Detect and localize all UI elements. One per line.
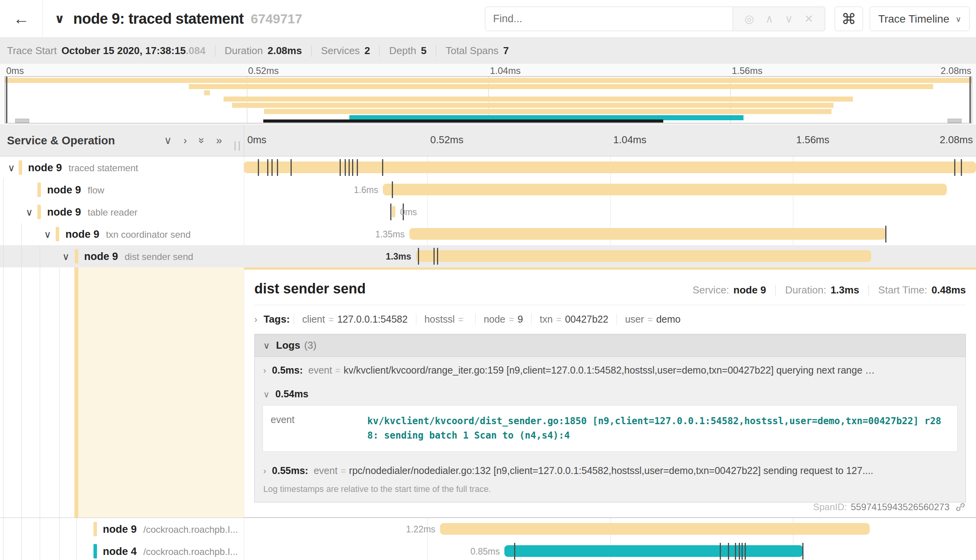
span-duration-bar[interactable]	[440, 523, 870, 535]
minimap-span-bar	[224, 97, 853, 102]
tags-accordion[interactable]: › Tags: client=127.0.0.1:54582hostssl=no…	[253, 305, 967, 333]
minimap-left-scrubber-handle[interactable]	[15, 119, 29, 123]
tag-equals: =	[648, 314, 653, 325]
title-collapse-icon[interactable]: ∨	[55, 11, 65, 26]
keyboard-shortcuts-button[interactable]: ⌘	[835, 7, 863, 31]
span-row[interactable]: ∨node 9table reader0ms	[0, 201, 976, 223]
log-entry[interactable]: ›0.5ms:event=kv/kvclient/kvcoord/range_i…	[255, 357, 965, 382]
clear-find-icon[interactable]: ✕	[804, 12, 813, 25]
expand-all-icon[interactable]: »	[216, 135, 222, 146]
collapse-all-icon[interactable]: »	[199, 135, 204, 146]
collapse-one-icon[interactable]: ∨	[164, 135, 172, 146]
view-selector-button[interactable]: Trace Timeline ∨	[870, 7, 970, 31]
log-marker-tick	[739, 543, 740, 560]
collapse-all-icon-glyph: »	[196, 137, 207, 143]
log-entry[interactable]: ›0.55ms:event=rpc/nodedialer/nodedialer.…	[255, 457, 965, 483]
back-button[interactable]: ←	[0, 0, 43, 37]
detail-meta-value: node 9	[733, 284, 766, 296]
summary-label: Depth	[389, 45, 416, 57]
log-marker-tick	[349, 159, 350, 176]
indent-guide	[59, 267, 60, 518]
logs-footer-note: Log timestamps are relative to the start…	[255, 483, 965, 502]
span-duration-label: 1.35ms	[375, 229, 404, 239]
span-duration-bar[interactable]	[504, 545, 803, 557]
log-marker-tick	[357, 159, 358, 176]
timeline-tick-label: 0.52ms	[430, 134, 463, 146]
tag-pill: hostssl=	[416, 314, 475, 325]
span-detail-panel: dist sender send Service:node 9Duration:…	[244, 267, 976, 518]
span-row[interactable]: node 9/cockroach.roachpb.I...1.22ms	[0, 518, 976, 540]
prev-match-icon[interactable]: ∧	[765, 12, 773, 25]
log-entry-expanded-header[interactable]: ∨0.54ms	[255, 382, 965, 402]
operation-name: table reader	[88, 207, 137, 218]
log-marker-tick	[954, 159, 955, 176]
span-duration-bar[interactable]	[392, 206, 395, 218]
log-field-key: event	[271, 414, 367, 443]
summary-separator	[215, 45, 215, 57]
indent-guide	[40, 267, 40, 518]
log-marker-tick	[720, 543, 721, 560]
detail-meta-value: 1.3ms	[830, 284, 859, 296]
span-name: node 9table reader	[47, 206, 137, 218]
chevron-down-icon[interactable]: ∨	[62, 251, 69, 262]
trace-minimap: 0ms0.52ms1.04ms1.56ms2.08ms	[0, 64, 976, 125]
indent-guide	[76, 540, 77, 560]
minimap-left-scrubber[interactable]	[6, 77, 7, 123]
log-marker-tick	[382, 159, 383, 176]
indent-guide	[3, 179, 4, 201]
span-row[interactable]: node 9flow1.6ms	[0, 179, 976, 201]
minimap-viewport-bar[interactable]	[263, 119, 664, 123]
minimap-right-scrubber-handle[interactable]	[948, 119, 962, 123]
tag-key: txn	[540, 314, 553, 325]
log-marker-tick	[437, 248, 438, 265]
log-marker-tick	[885, 226, 886, 242]
trace-title-wrap: ∨ node 9: traced statement 6749717	[55, 0, 302, 37]
indent-guide	[3, 201, 4, 223]
logs-accordion: ∨ Logs (3) ›0.5ms:event=kv/kvclient/kvco…	[254, 334, 966, 502]
next-match-icon[interactable]: ∨	[785, 12, 793, 25]
span-row[interactable]: ∨node 9txn coordinator send1.35ms	[0, 223, 976, 245]
log-marker-tick	[735, 543, 736, 560]
match-target-icon[interactable]: ◎	[744, 12, 754, 25]
chevron-down-icon[interactable]: ∨	[44, 228, 51, 240]
operation-name: /cockroach.roachpb.I...	[143, 524, 238, 535]
find-input[interactable]	[485, 7, 733, 31]
minimap-right-scrubber[interactable]	[969, 77, 971, 123]
span-duration-bar[interactable]	[244, 162, 976, 173]
chevron-down-icon[interactable]: ∨	[26, 206, 33, 218]
summary-item: Total Spans7	[446, 45, 509, 57]
summary-item: Services2	[321, 45, 370, 57]
span-duration-bar[interactable]	[409, 228, 886, 240]
span-timeline-cell: 1.22ms	[244, 518, 976, 540]
column-resize-gripper[interactable]	[234, 141, 240, 151]
detail-span-title: dist sender send	[254, 281, 366, 297]
service-name: node 9	[47, 206, 81, 218]
log-marker-tick	[433, 248, 435, 265]
indent-guide	[3, 245, 4, 267]
tag-key: node	[484, 314, 506, 325]
chevron-down-icon: ∨	[263, 341, 270, 351]
span-rows-bottom: node 9/cockroach.roachpb.I...1.22msnode …	[0, 518, 976, 560]
minimap-canvas[interactable]	[5, 76, 972, 123]
summary-item: Duration2.08ms	[225, 45, 302, 57]
logs-header[interactable]: ∨ Logs (3)	[255, 334, 965, 357]
meta-separator	[869, 285, 869, 296]
chevron-down-icon[interactable]: ∨	[8, 162, 15, 173]
span-name: node 4/cockroach.roachpb.I...	[103, 545, 238, 557]
operation-name: txn coordinator send	[106, 229, 190, 240]
minimap-span-bar	[232, 103, 833, 108]
operation-name: traced statement	[69, 162, 138, 173]
span-name: node 9dist sender send	[84, 250, 193, 262]
span-row[interactable]: ∨node 9dist sender send1.3ms	[0, 245, 976, 267]
span-row[interactable]: ∨node 9traced statement	[0, 156, 976, 179]
detail-meta-label: Start Time:	[878, 284, 927, 296]
span-row[interactable]: node 4/cockroach.roachpb.I...0.85ms	[0, 540, 976, 560]
log-timestamp: 0.5ms:	[272, 365, 303, 376]
expand-one-icon[interactable]: ›	[183, 135, 187, 146]
span-duration-bar[interactable]	[416, 250, 871, 262]
log-marker-tick	[742, 543, 743, 560]
log-marker-tick	[340, 159, 341, 176]
tag-equals: =	[458, 314, 463, 325]
span-duration-bar[interactable]	[383, 184, 947, 195]
link-icon[interactable]	[955, 502, 966, 513]
